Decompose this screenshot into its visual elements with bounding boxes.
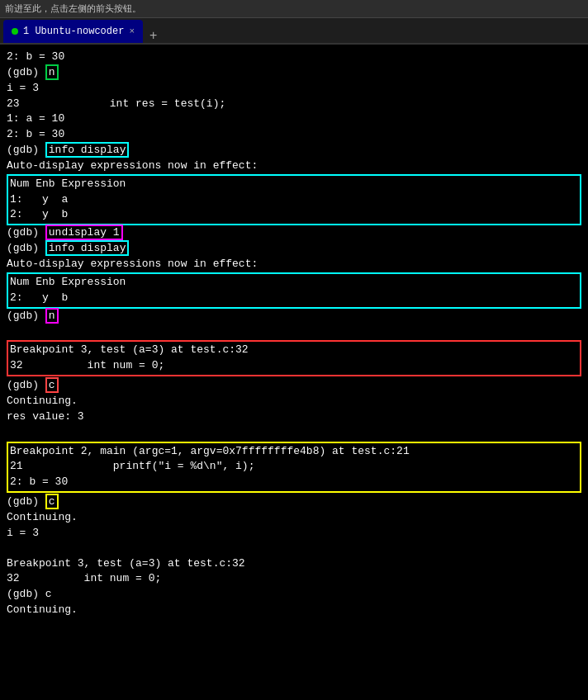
cmd-n-box: n (45, 64, 59, 80)
cmd-c-box-1: c (45, 377, 59, 393)
terminal-line: Continuing. (7, 510, 581, 526)
terminal-line: Auto-display expressions now in effect: (7, 257, 581, 272)
terminal[interactable]: 2: b = 30 (gdb) n i = 3 23 int res = tes… (0, 45, 588, 700)
terminal-line: i = 3 (7, 81, 581, 97)
terminal-line: i = 3 (7, 526, 581, 542)
tab-label: 1 Ubuntu-nowcoder (23, 26, 124, 37)
terminal-line: 2: y b (10, 207, 578, 223)
tab-ubuntu[interactable]: 1 Ubuntu-nowcoder × (3, 20, 143, 43)
terminal-line: 2: b = 30 (7, 50, 581, 65)
cmd-info-display-box: info display (45, 142, 130, 158)
terminal-line: Breakpoint 3, test (a=3) at test.c:32 (10, 343, 578, 358)
cmd-n-box-2: n (45, 308, 59, 324)
terminal-line: 1: a = 10 (7, 111, 581, 127)
empty-line (7, 324, 581, 338)
cmd-undisplay-box: undisplay 1 (45, 225, 123, 240)
terminal-line: 2: b = 30 (7, 127, 581, 143)
terminal-line: 21 printf("i = %d\n", i); (10, 459, 578, 475)
terminal-line: 32 int num = 0; (10, 358, 578, 374)
terminal-line: (gdb) c (7, 494, 581, 510)
terminal-line: Auto-display expressions now in effect: (7, 158, 581, 174)
terminal-line: (gdb) c (7, 587, 581, 603)
tab-status-dot (12, 28, 18, 35)
terminal-line: (gdb) c (7, 378, 581, 394)
terminal-line: 2: y b (10, 291, 578, 306)
cmd-c-box-2: c (45, 494, 59, 509)
terminal-line: (gdb) n (7, 65, 581, 81)
terminal-line: res value: 3 (7, 409, 581, 425)
empty-line-3 (7, 542, 581, 556)
display-list-block-2: Num Enb Expression 2: y b (7, 272, 581, 309)
new-tab-button[interactable]: + (146, 28, 160, 43)
top-bar: 前进至此，点击左侧的前头按钮。 (0, 0, 588, 18)
empty-line-2 (7, 425, 581, 440)
terminal-line: Breakpoint 2, main (argc=1, argv=0x7ffff… (10, 444, 578, 460)
breakpoint-2-block: Breakpoint 2, main (argc=1, argv=0x7ffff… (7, 442, 581, 494)
cmd-info-display-box-2: info display (45, 240, 130, 256)
tab-bar: 1 Ubuntu-nowcoder × + (0, 18, 588, 45)
hint-text: 前进至此，点击左侧的前头按钮。 (5, 2, 141, 15)
tab-close-button[interactable]: × (129, 26, 135, 36)
terminal-line: 23 int res = test(i); (7, 97, 581, 112)
terminal-line: 32 int num = 0; (7, 571, 581, 587)
display-list-block-1: Num Enb Expression 1: y a 2: y b (7, 174, 581, 226)
terminal-line: Num Enb Expression (10, 177, 578, 192)
breakpoint-3-block: Breakpoint 3, test (a=3) at test.c:32 32… (7, 340, 581, 376)
terminal-line: (gdb) info display (7, 241, 581, 257)
terminal-line: 2: b = 30 (10, 475, 578, 490)
terminal-line: (gdb) undisplay 1 (7, 225, 581, 241)
terminal-line: (gdb) n (7, 309, 581, 324)
terminal-line: Continuing. (7, 394, 581, 409)
terminal-line: (gdb) info display (7, 143, 581, 158)
terminal-line: 1: y a (10, 192, 578, 208)
terminal-line: Num Enb Expression (10, 275, 578, 291)
terminal-line: Continuing. (7, 603, 581, 618)
terminal-line: Breakpoint 3, test (a=3) at test.c:32 (7, 556, 581, 572)
